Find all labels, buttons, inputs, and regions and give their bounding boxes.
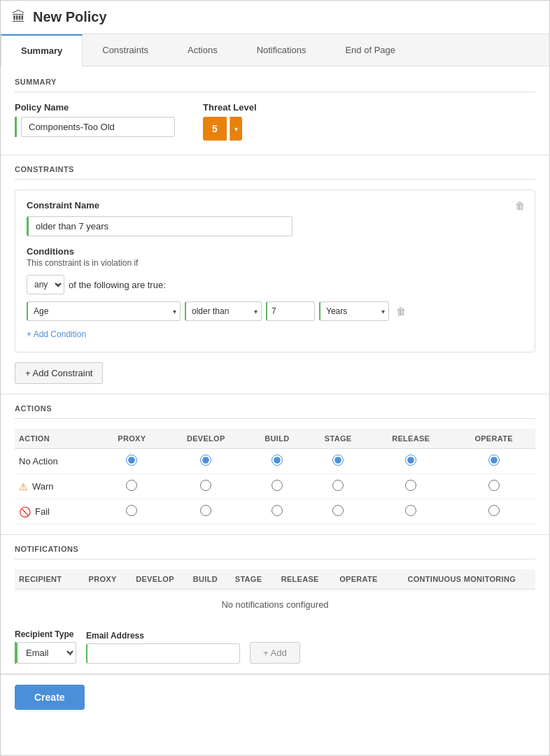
notif-col-develop: DEVELOP (125, 569, 184, 590)
no-action-operate-radio[interactable] (488, 455, 500, 466)
col-stage: STAGE (306, 429, 369, 449)
any-select[interactable]: any all (27, 275, 64, 294)
email-address-group: Email Address (86, 631, 240, 664)
tab-summary[interactable]: Summary (1, 34, 83, 66)
fail-operate-radio[interactable] (488, 505, 500, 516)
summary-title: SUMMARY (15, 78, 535, 92)
warn-develop-radio[interactable] (200, 480, 211, 491)
notif-empty-row: No notifications configured (15, 590, 535, 620)
delete-condition-icon[interactable]: 🗑 (396, 306, 406, 317)
tab-actions[interactable]: Actions (168, 34, 237, 66)
warn-label: ⚠ Warn (19, 481, 95, 492)
table-row: ⚠ Warn (15, 474, 535, 499)
comparator-select-wrapper: older than newer than equal to (185, 301, 262, 321)
fail-label: 🚫 Fail (19, 506, 95, 518)
page-header: 🏛 New Policy (1, 1, 549, 34)
warn-stage-radio[interactable] (332, 480, 344, 491)
recipient-type-group: Recipient Type Email Slack (15, 629, 76, 664)
field-select-wrapper: Age Version License (27, 301, 181, 321)
condition-row: Age Version License older than newer tha… (27, 301, 523, 321)
policy-name-input-wrapper (15, 117, 175, 137)
page-footer: Create (1, 674, 549, 720)
no-action-label: No Action (19, 456, 95, 466)
notifications-section: NOTIFICATIONS RECIPIENT PROXY DEVELOP BU… (1, 535, 549, 673)
no-action-release-radio[interactable] (405, 455, 416, 466)
create-button[interactable]: Create (15, 685, 85, 710)
fail-develop-radio[interactable] (200, 505, 211, 516)
threat-level-control: 5 ▾ (203, 117, 257, 141)
recipient-row: Recipient Type Email Slack Email Address… (15, 629, 535, 664)
warn-build-radio[interactable] (272, 480, 283, 491)
condition-rule-row: any all of the following are true: (27, 275, 523, 294)
page-title: New Policy (33, 9, 107, 25)
tab-bar: Summary Constraints Actions Notification… (1, 34, 549, 66)
tab-constraints[interactable]: Constraints (83, 34, 168, 66)
fail-stage-radio[interactable] (332, 505, 344, 516)
no-action-build-radio[interactable] (272, 455, 283, 466)
warn-operate-radio[interactable] (488, 480, 500, 491)
warn-icon: ⚠ (19, 481, 28, 492)
unit-select[interactable]: Years Months Days (319, 301, 389, 321)
email-address-input[interactable] (86, 643, 240, 664)
notif-col-proxy: PROXY (80, 569, 126, 590)
no-action-proxy-radio[interactable] (126, 455, 137, 466)
actions-table: ACTION PROXY DEVELOP BUILD STAGE RELEASE… (15, 429, 535, 525)
constraint-box: 🗑 Constraint Name Conditions This constr… (15, 190, 535, 352)
conditions-label: Conditions (27, 246, 523, 257)
actions-section: ACTIONS ACTION PROXY DEVELOP BUILD STAGE… (1, 394, 549, 534)
notif-col-release: RELEASE (271, 569, 329, 590)
fail-proxy-radio[interactable] (126, 505, 137, 516)
notif-col-stage: STAGE (226, 569, 271, 590)
notifications-title: NOTIFICATIONS (15, 545, 535, 559)
notifications-table: RECIPIENT PROXY DEVELOP BUILD STAGE RELE… (15, 569, 535, 620)
threat-level-badge: 5 (203, 117, 227, 141)
warn-proxy-radio[interactable] (126, 480, 137, 491)
table-row: 🚫 Fail (15, 499, 535, 525)
condition-value-input[interactable] (266, 301, 315, 321)
no-action-stage-radio[interactable] (332, 455, 344, 466)
no-action-develop-radio[interactable] (200, 455, 211, 466)
field-select[interactable]: Age Version License (27, 301, 181, 321)
add-constraint-button[interactable]: + Add Constraint (15, 362, 103, 384)
warn-release-radio[interactable] (405, 480, 416, 491)
delete-constraint-icon[interactable]: 🗑 (515, 200, 525, 211)
recipient-type-wrapper: Email Slack (15, 642, 76, 664)
policy-name-group: Policy Name (15, 102, 175, 137)
col-develop: DEVELOP (164, 429, 248, 449)
notif-col-build: BUILD (185, 569, 227, 590)
notif-col-recipient: RECIPIENT (15, 569, 80, 590)
threat-level-group: Threat Level 5 ▾ (203, 102, 257, 141)
col-operate: OPERATE (452, 429, 535, 449)
constraint-name-label: Constraint Name (27, 200, 523, 211)
conditions-sub: This constraint is in violation if (27, 258, 523, 268)
add-recipient-button[interactable]: + Add (250, 642, 300, 664)
actions-header-row: ACTION PROXY DEVELOP BUILD STAGE RELEASE… (15, 429, 535, 449)
policy-icon: 🏛 (12, 9, 26, 25)
unit-select-wrapper: Years Months Days (319, 301, 389, 321)
col-release: RELEASE (369, 429, 452, 449)
recipient-type-select-wrapper: Email Slack (16, 642, 76, 664)
following-text: of the following are true: (69, 280, 166, 290)
add-condition-button[interactable]: + Add Condition (27, 327, 86, 342)
any-select-wrapper: any all (27, 275, 64, 294)
col-proxy: PROXY (99, 429, 164, 449)
recipient-type-label: Recipient Type (15, 629, 76, 639)
col-build: BUILD (248, 429, 306, 449)
threat-level-label: Threat Level (203, 102, 257, 113)
fail-build-radio[interactable] (272, 505, 283, 516)
constraint-name-input[interactable] (27, 216, 292, 236)
constraints-section: CONSTRAINTS 🗑 Constraint Name Conditions… (1, 155, 549, 394)
policy-name-label: Policy Name (15, 102, 175, 113)
recipient-type-select[interactable]: Email Slack (16, 642, 76, 664)
fail-icon: 🚫 (19, 506, 31, 518)
tab-notifications[interactable]: Notifications (237, 34, 326, 66)
policy-name-input[interactable] (21, 117, 175, 137)
notif-header-row: RECIPIENT PROXY DEVELOP BUILD STAGE RELE… (15, 569, 535, 590)
constraints-title: CONSTRAINTS (15, 165, 535, 180)
fail-release-radio[interactable] (405, 505, 416, 516)
threat-level-dropdown-btn[interactable]: ▾ (230, 117, 242, 141)
comparator-select[interactable]: older than newer than equal to (185, 301, 262, 321)
summary-form-row: Policy Name Threat Level 5 ▾ (15, 102, 535, 141)
notif-empty-message: No notifications configured (15, 590, 535, 620)
tab-end-of-page[interactable]: End of Page (325, 34, 415, 66)
